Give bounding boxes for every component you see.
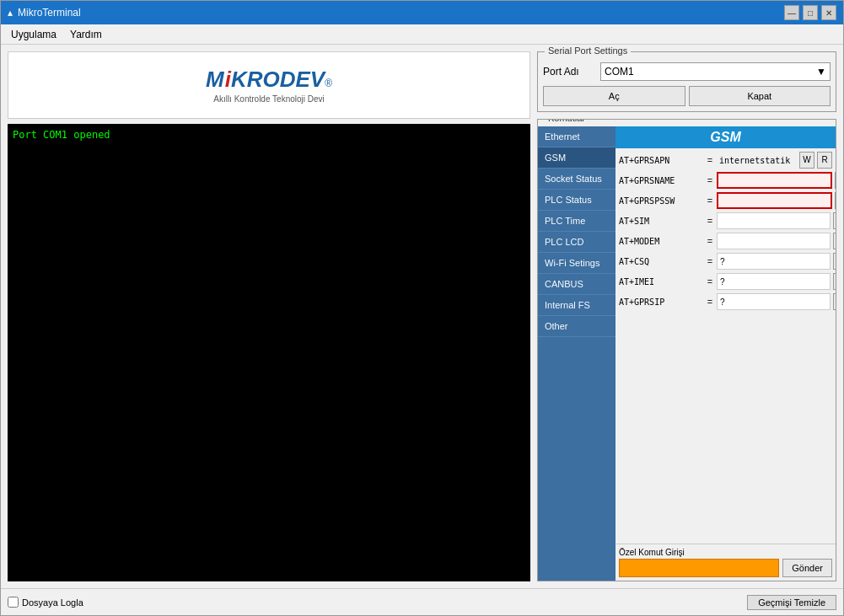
logo-registered: ® [325,78,332,89]
window-icon: ▴ [8,7,13,19]
cmd-row-gprsname: AT+GPRSNAME = W R [619,172,832,189]
logo-area: M i KRO DEV ® Akıllı Kontrolde Teknoloji… [8,51,530,119]
terminal[interactable]: Port COM1 opened [8,124,530,581]
sidebar-item-plc-time[interactable]: PLC Time [538,211,616,232]
menu-bar: Uygulama Yardım [1,24,843,45]
sidebar-nav: Ethernet GSM Socket Status PLC Status PL… [538,126,616,581]
close-port-button[interactable]: Kapat [689,86,831,106]
port-value: COM1 [605,66,634,78]
cmd-w-btn-gprsip[interactable]: W [833,293,836,310]
cmd-input-gprsname[interactable] [717,172,832,189]
bottom-bar: Dosyaya Logla Geçmişi Temizle [1,588,843,615]
logo-i: i [225,67,231,93]
gecmisi-temizle-button[interactable]: Geçmişi Temizle [747,595,836,610]
cmd-w-btn-csq[interactable]: W [833,253,836,270]
serial-settings-group: Serial Port Settings Port Adı COM1 ▼ Aç … [537,51,836,112]
commands-label: Komutlar [545,119,589,123]
cmd-table: AT+GPRSAPN = internetstatik W R AT+GPRSN… [616,148,836,544]
cmd-w-btn-modem[interactable]: W [833,233,836,249]
cmd-input-imei[interactable] [717,273,831,290]
cmd-row-gprsip: AT+GPRSIP = W R [619,293,832,310]
left-panel: M i KRO DEV ® Akıllı Kontrolde Teknoloji… [8,51,530,581]
dosyaya-logla-checkbox[interactable] [8,597,19,608]
cmd-row-csq: AT+CSQ = W R [619,253,832,270]
cmd-row-gprsapn: AT+GPRSAPN = internetstatik W R [619,152,832,169]
cmd-row-gprspssw: AT+GPRSPSSW = W R [619,192,832,209]
dosyaya-logla-label[interactable]: Dosyaya Logla [8,597,83,608]
menu-yardim[interactable]: Yardım [63,27,109,42]
serial-settings-label: Serial Port Settings [545,46,631,56]
window-title: MikroTerminal [18,7,81,19]
ozel-label: Özel Komut Girişi [619,548,832,557]
cmd-name-gprsip: AT+GPRSIP [619,297,703,307]
sidebar-item-socket-status[interactable]: Socket Status [538,169,616,190]
sidebar-item-canbus[interactable]: CANBUS [538,274,616,295]
cmd-name-gprspssw: AT+GPRSPSSW [619,196,703,206]
port-select[interactable]: COM1 ▼ [600,62,831,81]
command-content: GSM AT+GPRSAPN = internetstatik W R [616,126,836,581]
title-bar-left: ▴ MikroTerminal [8,7,81,19]
cmd-input-gprsip[interactable] [717,293,831,310]
menu-uygulama[interactable]: Uygulama [4,27,63,42]
open-port-button[interactable]: Aç [543,86,685,106]
sidebar-item-other[interactable]: Other [538,316,616,337]
sidebar-item-gsm[interactable]: GSM [538,147,616,169]
cmd-name-gprsname: AT+GPRSNAME [619,176,703,185]
ozel-input[interactable] [619,559,779,577]
logo: M i KRO DEV ® [206,67,332,93]
cmd-name-sim: AT+SIM [619,217,703,226]
cmd-input-modem[interactable] [717,233,831,249]
logo-dev: DEV [280,67,325,93]
cmd-row-modem: AT+MODEM = W R [619,233,832,249]
cmd-row-sim: AT+SIM = W R [619,212,832,229]
main-content: M i KRO DEV ® Akıllı Kontrolde Teknoloji… [1,45,843,588]
right-panel: Serial Port Settings Port Adı COM1 ▼ Aç … [537,51,836,581]
close-button[interactable]: ✕ [821,5,836,20]
ozel-komut-row: Özel Komut Girişi Gönder [616,544,836,581]
logo-subtitle: Akıllı Kontrolde Teknoloji Devi [213,94,325,104]
sidebar-item-wifi-settings[interactable]: Wi-Fi Setings [538,253,616,274]
cmd-w-btn-gprsapn[interactable]: W [799,152,814,169]
cmd-input-sim[interactable] [717,212,831,229]
cmd-w-btn-sim[interactable]: W [833,212,836,229]
cmd-row-imei: AT+IMEI = W R [619,273,832,290]
title-bar: ▴ MikroTerminal — □ ✕ [1,1,843,24]
ozel-input-row: Gönder [619,559,832,577]
commands-panel: Komutlar Ethernet GSM Socket Status PLC … [537,119,836,581]
sidebar-item-plc-status[interactable]: PLC Status [538,190,616,211]
sidebar-item-internal-fs[interactable]: Internal FS [538,295,616,316]
port-label: Port Adı [543,66,594,78]
gsm-header: GSM [616,126,836,148]
cmd-value-gprsapn: internetstatik [717,155,797,166]
gonder-button[interactable]: Gönder [782,559,832,577]
dosyaya-logla-text: Dosyaya Logla [22,597,83,608]
cmd-input-csq[interactable] [717,253,831,270]
cmd-w-btn-gprsname[interactable]: W [835,172,836,189]
cmd-w-btn-gprspssw[interactable]: W [835,192,836,209]
cmd-name-gprsapn: AT+GPRSAPN [619,156,703,165]
logo-kro: KRO [231,67,280,93]
cmd-name-modem: AT+MODEM [619,237,703,246]
cmd-w-btn-imei[interactable]: W [833,273,836,290]
minimize-button[interactable]: — [784,5,799,20]
logo-m: M [206,67,225,93]
cmd-input-gprspssw[interactable] [717,192,832,209]
title-bar-controls: — □ ✕ [784,5,836,20]
cmd-name-csq: AT+CSQ [619,257,703,266]
port-buttons: Aç Kapat [543,86,831,106]
terminal-output: Port COM1 opened [13,129,110,141]
sidebar-item-plc-lcd[interactable]: PLC LCD [538,232,616,253]
cmd-r-btn-gprsapn[interactable]: R [817,152,832,169]
port-row: Port Adı COM1 ▼ [543,62,831,81]
dropdown-arrow-icon: ▼ [816,66,826,78]
maximize-button[interactable]: □ [803,5,818,20]
sidebar-item-ethernet[interactable]: Ethernet [538,126,616,147]
commands-inner: Ethernet GSM Socket Status PLC Status PL… [538,126,836,581]
main-window: ▴ MikroTerminal — □ ✕ Uygulama Yardım M … [0,0,844,616]
cmd-name-imei: AT+IMEI [619,277,703,287]
